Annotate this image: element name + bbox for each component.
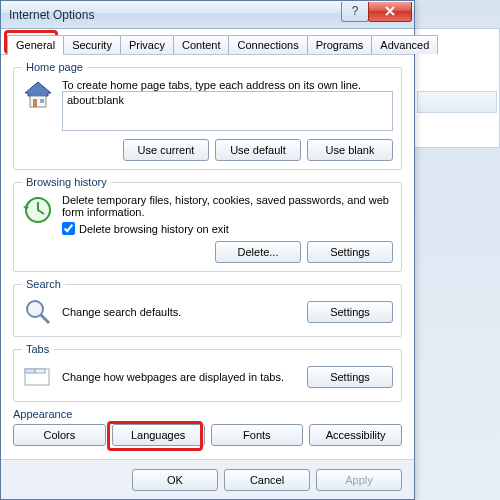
- close-button[interactable]: [368, 2, 412, 22]
- cancel-button[interactable]: Cancel: [224, 469, 310, 491]
- tab-privacy[interactable]: Privacy: [120, 35, 174, 54]
- history-settings-button[interactable]: Settings: [307, 241, 393, 263]
- tab-programs[interactable]: Programs: [307, 35, 373, 54]
- window-title: Internet Options: [9, 8, 94, 22]
- tab-security[interactable]: Security: [63, 35, 121, 54]
- appearance-legend: Appearance: [13, 408, 402, 420]
- delete-on-exit-label: Delete browsing history on exit: [79, 223, 229, 235]
- tab-connections[interactable]: Connections: [228, 35, 307, 54]
- homepage-input[interactable]: [62, 91, 393, 131]
- svg-marker-0: [25, 82, 51, 96]
- general-panel: Home page To create home page tabs, type…: [1, 55, 414, 454]
- homepage-group: Home page To create home page tabs, type…: [13, 61, 402, 170]
- history-legend: Browsing history: [22, 176, 111, 188]
- fonts-button[interactable]: Fonts: [211, 424, 304, 446]
- homepage-legend: Home page: [22, 61, 87, 73]
- titlebar: Internet Options ?: [1, 1, 414, 29]
- svg-rect-9: [25, 369, 35, 373]
- delete-on-exit-checkbox[interactable]: [62, 222, 75, 235]
- background-band: [417, 91, 497, 113]
- ok-button[interactable]: OK: [132, 469, 218, 491]
- history-icon: [22, 194, 54, 226]
- accessibility-button[interactable]: Accessibility: [309, 424, 402, 446]
- close-icon: [385, 6, 395, 16]
- homepage-hint: To create home page tabs, type each addr…: [62, 79, 393, 91]
- tabs-legend: Tabs: [22, 343, 53, 355]
- delete-history-button[interactable]: Delete...: [215, 241, 301, 263]
- tab-advanced[interactable]: Advanced: [371, 35, 438, 54]
- internet-options-window: Internet Options ? General Security Priv…: [0, 0, 415, 500]
- svg-rect-2: [33, 99, 37, 107]
- svg-line-7: [41, 315, 49, 323]
- apply-button[interactable]: Apply: [316, 469, 402, 491]
- use-blank-button[interactable]: Use blank: [307, 139, 393, 161]
- svg-rect-3: [40, 99, 44, 103]
- tabstrip: General Security Privacy Content Connect…: [1, 29, 414, 55]
- tab-general[interactable]: General: [7, 35, 64, 55]
- tabs-icon: [22, 361, 54, 393]
- languages-button[interactable]: Languages: [112, 424, 205, 446]
- home-icon: [22, 79, 54, 111]
- use-default-button[interactable]: Use default: [215, 139, 301, 161]
- history-group: Browsing history Delete temporary files,…: [13, 176, 402, 272]
- tabs-group: Tabs Change how webpages are displayed i…: [13, 343, 402, 402]
- tabs-settings-button[interactable]: Settings: [307, 366, 393, 388]
- svg-point-6: [27, 301, 43, 317]
- colors-button[interactable]: Colors: [13, 424, 106, 446]
- search-legend: Search: [22, 278, 65, 290]
- tab-content[interactable]: Content: [173, 35, 230, 54]
- appearance-group: Appearance Colors Languages Fonts Access…: [13, 408, 402, 446]
- search-settings-button[interactable]: Settings: [307, 301, 393, 323]
- tabs-hint: Change how webpages are displayed in tab…: [62, 371, 299, 383]
- window-buttons: ?: [342, 2, 412, 22]
- svg-rect-10: [35, 369, 45, 373]
- help-button[interactable]: ?: [341, 2, 369, 22]
- search-icon: [22, 296, 54, 328]
- search-hint: Change search defaults.: [62, 306, 299, 318]
- search-group: Search Change search defaults. Settings: [13, 278, 402, 337]
- history-hint: Delete temporary files, history, cookies…: [62, 194, 393, 218]
- use-current-button[interactable]: Use current: [123, 139, 209, 161]
- dialog-buttons: OK Cancel Apply: [1, 459, 414, 499]
